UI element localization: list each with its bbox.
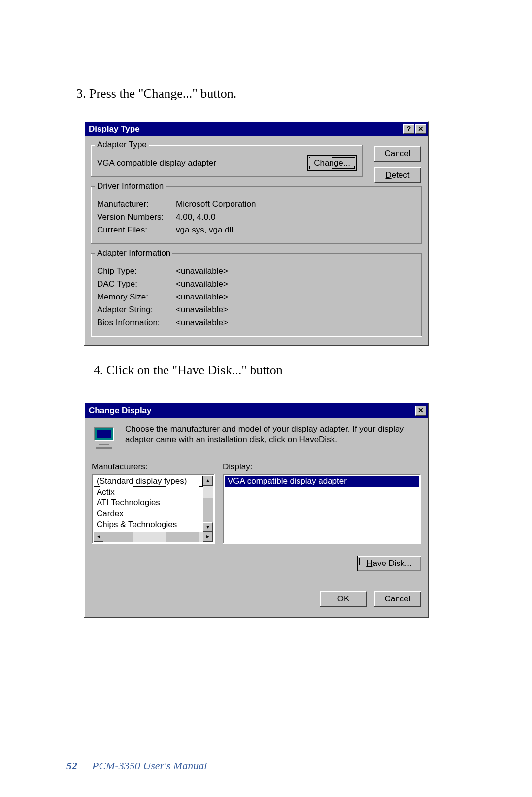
- vertical-scrollbar[interactable]: ▴ ▾: [203, 476, 213, 532]
- cancel-button[interactable]: Cancel: [374, 591, 421, 607]
- list-item[interactable]: Actix: [94, 487, 203, 498]
- dialog-description: Choose the manufacturer and model of you…: [125, 424, 421, 445]
- dac-type-label: DAC Type:: [97, 279, 176, 289]
- chip-type-value: <unavailable>: [176, 266, 228, 276]
- version-value: 4.00, 4.0.0: [176, 212, 215, 222]
- adapter-type-group: Adapter Type VGA compatible display adap…: [91, 145, 363, 177]
- horizontal-scrollbar[interactable]: ◂ ▸: [94, 532, 213, 542]
- driver-info-legend: Driver Information: [95, 181, 166, 191]
- display-label: Display:: [223, 462, 421, 472]
- bios-info-value: <unavailable>: [176, 318, 228, 328]
- display-listbox[interactable]: VGA compatible display adapter: [223, 474, 421, 544]
- dialog-display-type: Display Type ? ✕ Cancel Detect Adapter T…: [84, 121, 429, 346]
- adapter-type-legend: Adapter Type: [95, 140, 149, 150]
- bios-info-label: Bios Information:: [97, 318, 176, 328]
- detect-button[interactable]: Detect: [374, 167, 421, 183]
- adapter-name: VGA compatible display adapter: [97, 158, 216, 168]
- titlebar[interactable]: Display Type ? ✕: [85, 122, 428, 136]
- manufacturers-listbox[interactable]: (Standard display types) Actix ATI Techn…: [92, 474, 215, 544]
- files-label: Current Files:: [97, 225, 176, 235]
- close-icon[interactable]: ✕: [415, 406, 426, 416]
- list-item[interactable]: Chips & Technologies: [94, 519, 203, 530]
- cancel-button[interactable]: Cancel: [374, 146, 421, 162]
- have-disk-button[interactable]: Have Disk...: [357, 556, 421, 571]
- dac-type-value: <unavailable>: [176, 279, 228, 289]
- manufacturers-label: Manufacturers:: [92, 462, 215, 472]
- scroll-left-icon[interactable]: ◂: [94, 532, 103, 542]
- scroll-right-icon[interactable]: ▸: [203, 532, 213, 542]
- close-icon[interactable]: ✕: [415, 124, 426, 134]
- instruction-step3: 3. Press the "Change..." button.: [76, 86, 475, 101]
- adapter-string-value: <unavailable>: [176, 305, 228, 315]
- list-item[interactable]: Cardex: [94, 508, 203, 519]
- footer-manual-title: PCM-3350 User's Manual: [92, 760, 207, 772]
- ok-button[interactable]: OK: [320, 591, 367, 607]
- titlebar[interactable]: Change Display ✕: [85, 403, 428, 418]
- list-item[interactable]: VGA compatible display adapter: [225, 476, 419, 487]
- dialog-change-display: Change Display ✕ Choose the manufacturer…: [84, 402, 429, 618]
- version-label: Version Numbers:: [97, 212, 176, 222]
- scroll-up-icon[interactable]: ▴: [203, 476, 213, 486]
- memory-size-label: Memory Size:: [97, 292, 176, 302]
- instruction-step4: 4. Click on the "Have Disk..." button: [94, 363, 475, 378]
- page-footer: 52 PCM-3350 User's Manual: [66, 760, 207, 772]
- driver-info-group: Driver Information Manufacturer: Microso…: [91, 186, 422, 244]
- list-item[interactable]: (Standard display types): [94, 476, 203, 487]
- scroll-down-icon[interactable]: ▾: [203, 522, 213, 532]
- help-icon[interactable]: ?: [403, 124, 414, 134]
- titlebar-text: Change Display: [89, 406, 152, 416]
- chip-type-label: Chip Type:: [97, 266, 176, 276]
- list-item[interactable]: ATI Technologies: [94, 498, 203, 508]
- manufacturer-value: Microsoft Corporation: [176, 199, 256, 209]
- files-value: vga.sys, vga.dll: [176, 225, 233, 235]
- titlebar-text: Display Type: [89, 124, 140, 134]
- change-button[interactable]: Change...: [307, 155, 357, 171]
- footer-page-number: 52: [66, 760, 77, 772]
- memory-size-value: <unavailable>: [176, 292, 228, 302]
- manufacturer-label: Manufacturer:: [97, 199, 176, 209]
- adapter-info-legend: Adapter Information: [95, 248, 172, 258]
- adapter-string-label: Adapter String:: [97, 305, 176, 315]
- adapter-info-group: Adapter Information Chip Type: <unavaila…: [91, 253, 422, 337]
- monitor-icon: [92, 426, 116, 447]
